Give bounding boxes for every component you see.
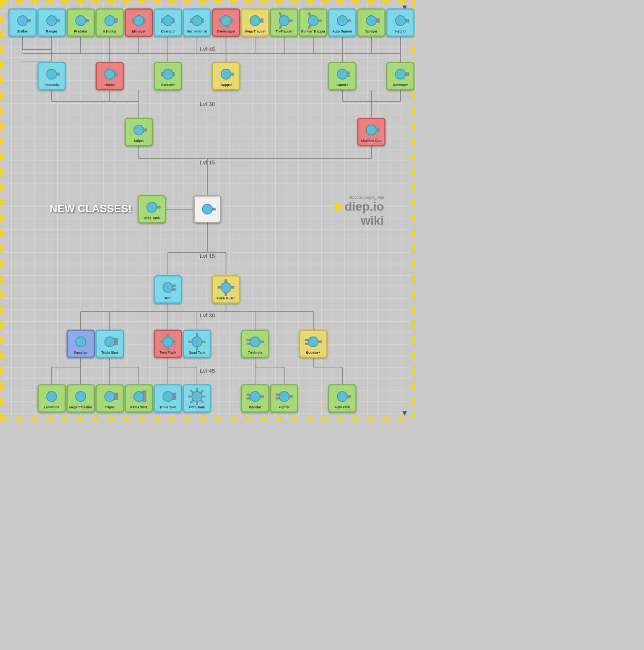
tank-card-flank-guard[interactable]: Flank Guard <box>212 275 240 304</box>
svg-point-125 <box>163 69 173 79</box>
svg-point-136 <box>366 125 376 135</box>
tank-card-ranger[interactable]: Ranger <box>37 8 66 37</box>
tank-card-landmine[interactable]: Landmine <box>37 384 66 413</box>
tank-card-mega-smasher[interactable]: Mega Smasher <box>67 384 95 413</box>
tank-label: Auto Gunner <box>332 30 352 33</box>
tank-card-overtrapper[interactable]: Overtrapper <box>212 8 240 37</box>
tank-card-hunter[interactable]: Hunter <box>96 62 124 90</box>
main-content: Lvl 45 Lvl 30 Lvl 15 Lvl 15 <box>0 0 415 421</box>
tank-card-necromancer[interactable]: Necromancer <box>183 8 211 37</box>
tank-icon <box>188 388 206 405</box>
tank-card-sniper[interactable]: Sniper <box>125 118 153 146</box>
tank-card-booster[interactable]: Booster <box>241 384 269 413</box>
svg-point-91 <box>163 16 173 26</box>
tank-icon <box>363 121 380 139</box>
tank-card-tri-angle[interactable]: Tri-Angle <box>241 330 269 358</box>
tank-icon <box>72 12 89 29</box>
svg-point-105 <box>279 16 289 26</box>
svg-point-166 <box>192 337 202 347</box>
svg-point-127 <box>221 69 231 79</box>
svg-rect-100 <box>260 18 263 23</box>
tank-label: Landmine <box>44 406 59 409</box>
svg-point-138 <box>202 204 212 214</box>
tank-icon <box>246 388 264 405</box>
tank-label: Tri-Angle <box>248 351 262 354</box>
svg-point-152 <box>76 337 86 347</box>
tank-card-triple-shot[interactable]: Triple Shot <box>96 330 124 358</box>
tank-label: Hunter <box>104 83 115 87</box>
tank-icon <box>217 12 235 29</box>
tank-card-overlord[interactable]: Overlord <box>154 8 182 37</box>
tank-card-overseer[interactable]: Overseer <box>154 62 182 90</box>
tank-label: Auto Tank <box>144 216 160 220</box>
tank-card-octo-tank[interactable]: Octo Tank <box>183 384 211 413</box>
tank-card-x-hunter[interactable]: X Hunter <box>96 8 124 37</box>
tank-card-assassin[interactable]: Assassin <box>37 62 66 90</box>
tank-label: Mega Trapper <box>244 30 265 33</box>
tank-label: Necromancer <box>187 30 207 33</box>
tank-card-triple-twin[interactable]: Triple Twin <box>154 384 182 413</box>
tank-label: Penta Shot <box>130 406 147 409</box>
tank-card-manager[interactable]: Manager <box>125 8 153 37</box>
tank-icon <box>101 65 119 83</box>
tank-icon <box>198 200 216 218</box>
tank-label: Machine Gun <box>361 139 381 143</box>
tank-card-smasher[interactable]: Smasher <box>67 330 95 358</box>
wiki-url: vk.com/diepio_wiki <box>335 195 384 200</box>
tank-icon <box>14 12 31 29</box>
tank-card-destroyer[interactable]: Destroyer <box>386 62 415 90</box>
tank-label: Predator <box>74 30 88 33</box>
tank-card-gunner-trapper[interactable]: Gunner Trapper <box>299 8 327 37</box>
tank-label: Flank Guard <box>216 297 236 300</box>
svg-point-115 <box>366 16 376 26</box>
tank-card-auto-tank[interactable]: Auto Tank <box>138 195 166 223</box>
tank-label: Booster+ <box>306 351 320 354</box>
tank-icon <box>188 12 206 29</box>
tank-icon <box>392 12 409 29</box>
tank-card-twin-flank[interactable]: Twin Flank <box>154 330 182 358</box>
tank-card-auto-tank[interactable]: Auto Tank <box>328 384 356 413</box>
yellow-diamond <box>333 202 343 211</box>
tank-icon <box>43 388 60 405</box>
tank-icon <box>101 333 119 351</box>
svg-point-178 <box>76 392 86 401</box>
tank-card-predator[interactable]: Predator <box>67 8 95 37</box>
tank-icon <box>275 12 293 29</box>
tank-card-sprayer[interactable]: Sprayer <box>357 8 385 37</box>
svg-point-205 <box>250 392 260 401</box>
tank-label: Smasher <box>74 351 88 354</box>
tank-card-twin[interactable]: Twin <box>154 275 182 304</box>
tank-card-auto-gunner[interactable]: Auto Gunner <box>328 8 356 37</box>
tank-card-tri-trapper[interactable]: Tri-Trapper <box>270 8 298 37</box>
svg-text:Lvl 15: Lvl 15 <box>200 159 215 166</box>
svg-point-119 <box>47 69 57 79</box>
tank-label: Trapper <box>220 83 232 87</box>
tank-card-penta-shot[interactable]: Penta Shot <box>125 384 153 413</box>
tank-card-fighter[interactable]: Fighter <box>270 384 298 413</box>
tank-card-gunner[interactable]: Gunner <box>328 62 356 90</box>
tank-card-quad-tank[interactable]: Quad Tank <box>183 330 211 358</box>
tank-card-triplet[interactable]: Triplet <box>96 384 124 413</box>
down-arrow-bottom: ▼ <box>401 409 408 418</box>
tank-card-booster+[interactable]: Booster+ <box>299 330 327 358</box>
tank-label: X Hunter <box>103 30 116 33</box>
svg-point-122 <box>105 69 115 79</box>
tank-card-mega-trapper[interactable]: Mega Trapper <box>241 8 269 37</box>
tank-card-trapper[interactable]: Trapper <box>212 62 240 90</box>
tank-icon <box>101 388 119 405</box>
tank-label: Destroyer <box>393 83 408 87</box>
tank-card-machine-gun[interactable]: Machine Gun <box>357 118 385 146</box>
tank-label: Auto Tank <box>335 406 350 409</box>
tank-icon <box>143 198 161 216</box>
tank-card-hybrid[interactable]: Hybrid <box>386 8 415 37</box>
svg-point-176 <box>47 392 57 401</box>
tank-card-[interactable] <box>193 195 221 223</box>
tank-card-stalker[interactable]: Stalker <box>8 8 37 37</box>
tank-icon <box>72 333 89 351</box>
tank-icon <box>159 333 177 351</box>
tank-icon <box>363 12 380 29</box>
tank-icon <box>159 388 177 405</box>
tank-icon <box>43 12 60 29</box>
tank-icon <box>333 12 351 29</box>
tank-label: Tri-Trapper <box>276 30 293 33</box>
